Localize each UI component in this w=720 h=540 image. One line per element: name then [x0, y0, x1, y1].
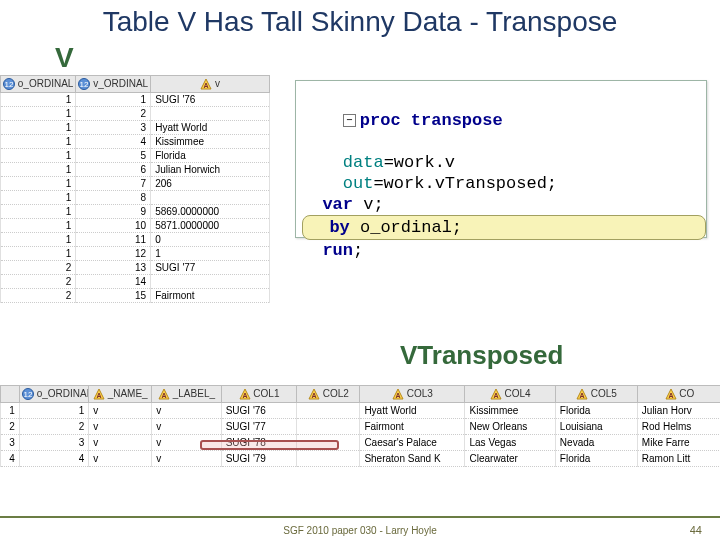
footer-divider	[0, 516, 720, 518]
table-row: 13Hyatt World	[1, 121, 270, 135]
numeric-column-icon: 12	[22, 388, 34, 400]
table-row: 16Julian Horwich	[1, 163, 270, 177]
svg-text:A: A	[96, 392, 101, 399]
collapse-toggle-icon[interactable]: −	[343, 114, 356, 127]
numeric-column-icon: 12	[3, 78, 15, 90]
svg-text:A: A	[204, 82, 209, 89]
col-header: v	[215, 78, 220, 89]
code-val-data: =work.v	[384, 153, 455, 172]
table-v-label: V	[55, 42, 74, 74]
svg-text:12: 12	[23, 390, 32, 399]
svg-text:12: 12	[80, 80, 89, 89]
table-row: 11SUGI '76	[1, 93, 270, 107]
table-row: 44vvSUGI '79Sheraton Sand KClearwaterFlo…	[1, 451, 721, 467]
text-column-icon: A	[308, 388, 320, 400]
svg-text:A: A	[395, 392, 400, 399]
svg-text:A: A	[668, 392, 673, 399]
table-row: 213SUGI '77	[1, 261, 270, 275]
numeric-column-icon: 12	[78, 78, 90, 90]
code-kw-var: var	[322, 195, 363, 214]
table-row: 14Kissimmee	[1, 135, 270, 149]
code-kw-proc: proc transpose	[360, 111, 503, 130]
table-row: 1105871.0000000	[1, 219, 270, 233]
table-row: 33vvSUGI '78Caesar's PalaceLas VegasNeva…	[1, 435, 721, 451]
table-row: 12	[1, 107, 270, 121]
svg-text:12: 12	[5, 80, 14, 89]
table-row: 18	[1, 191, 270, 205]
text-column-icon: A	[200, 78, 212, 90]
code-kw-run: run	[322, 241, 353, 260]
sas-code-block: −proc transpose data=work.v out=work.vTr…	[295, 80, 707, 238]
row-highlight-marker	[200, 440, 339, 450]
svg-text:A: A	[579, 392, 584, 399]
page-title: Table V Has Tall Skinny Data - Transpose	[0, 0, 720, 38]
text-column-icon: A	[93, 388, 105, 400]
text-column-icon: A	[665, 388, 677, 400]
table-row: 195869.0000000	[1, 205, 270, 219]
table-vtransposed: 12 o_ORDINALA _NAME_A _LABEL_A COL1A COL…	[0, 385, 720, 467]
table-row: 22vvSUGI '77FairmontNew OrleansLouisiana…	[1, 419, 721, 435]
text-column-icon: A	[239, 388, 251, 400]
svg-text:A: A	[311, 392, 316, 399]
svg-text:A: A	[161, 392, 166, 399]
code-opt-out: out	[343, 174, 374, 193]
table-row: 1110	[1, 233, 270, 247]
slide-number: 44	[690, 524, 702, 536]
svg-text:A: A	[493, 392, 498, 399]
text-column-icon: A	[392, 388, 404, 400]
table-row: 214	[1, 275, 270, 289]
highlighted-by-statement: by o_ordinal;	[302, 215, 706, 240]
table-row: 17206	[1, 177, 270, 191]
text-column-icon: A	[490, 388, 502, 400]
table-row: 15Florida	[1, 149, 270, 163]
table-row: 1121	[1, 247, 270, 261]
code-val-out: =work.vTransposed;	[373, 174, 557, 193]
code-val-var: v;	[363, 195, 383, 214]
col-header: o_ORDINAL	[18, 78, 74, 89]
svg-text:A: A	[242, 392, 247, 399]
table-vtransposed-label: VTransposed	[400, 340, 563, 371]
table-row: 11vvSUGI '76Hyatt WorldKissimmeeFloridaJ…	[1, 403, 721, 419]
footer-text: SGF 2010 paper 030 - Larry Hoyle	[0, 525, 720, 536]
table-row: 215Fairmont	[1, 289, 270, 303]
text-column-icon: A	[158, 388, 170, 400]
table-v: 12 o_ORDINAL12 v_ORDINALA v 11SUGI '7612…	[0, 75, 270, 303]
col-header: v_ORDINAL	[93, 78, 148, 89]
code-opt-data: data	[343, 153, 384, 172]
text-column-icon: A	[576, 388, 588, 400]
